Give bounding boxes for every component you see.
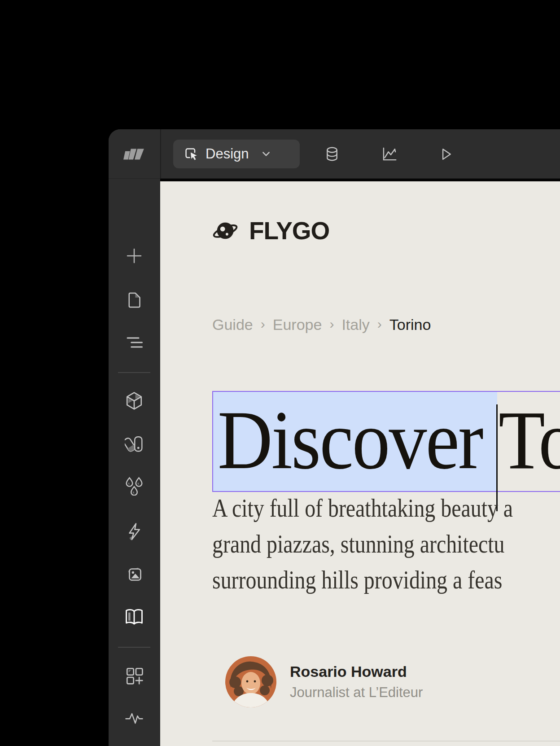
- components-cube-icon: [125, 391, 144, 410]
- select-tool-cursor-icon: [184, 147, 198, 161]
- add-element-button[interactable]: [124, 246, 144, 266]
- navigator-button[interactable]: [124, 333, 144, 352]
- author-name: Rosario Howard: [290, 663, 423, 680]
- intro-paragraph[interactable]: A city full of breathtaking beauty a gra…: [212, 490, 560, 598]
- topbar-divider: [160, 129, 161, 179]
- heading-selected-text: Discover: [218, 394, 499, 487]
- chevron-down-icon: [262, 151, 271, 157]
- paragraph-line: surrounding hills providing a feas: [212, 562, 560, 598]
- assets-button[interactable]: [124, 564, 144, 584]
- design-mode-label: Design: [206, 146, 249, 162]
- cms-database-icon: [324, 145, 341, 162]
- heading-element-selected[interactable]: Discover Torino: [212, 391, 560, 492]
- left-toolbar: [109, 179, 160, 746]
- components-button[interactable]: [124, 391, 144, 411]
- apps-button[interactable]: [124, 666, 144, 685]
- breadcrumb-separator: ›: [329, 316, 334, 334]
- design-canvas[interactable]: FLYGO Guide › Europe › Italy › Torino Di…: [160, 179, 560, 746]
- add-plus-icon: [125, 247, 143, 265]
- preview-play-icon: [437, 145, 454, 162]
- audit-pulse-icon: [125, 709, 144, 728]
- heading-rest-text: Torino: [499, 394, 560, 487]
- variables-button[interactable]: [124, 476, 144, 496]
- screenshot-stage: Design: [0, 0, 560, 746]
- site-logo[interactable]: FLYGO: [212, 216, 329, 245]
- cms-book-icon: [124, 607, 144, 627]
- breadcrumb: Guide › Europe › Italy › Torino: [212, 316, 431, 334]
- design-mode-button[interactable]: Design: [173, 140, 300, 168]
- audit-button[interactable]: [124, 708, 144, 728]
- author-block[interactable]: Rosario Howard Journalist at L’Editeur: [225, 656, 423, 707]
- breadcrumb-item[interactable]: Guide: [212, 316, 253, 334]
- planet-icon: [212, 218, 238, 244]
- app-window: Design: [109, 129, 560, 746]
- interactions-button[interactable]: [124, 522, 144, 542]
- variables-drops-icon: [125, 477, 144, 496]
- preview-button[interactable]: [436, 144, 455, 164]
- pages-button[interactable]: [124, 290, 144, 310]
- cms-collections-button[interactable]: [124, 607, 144, 627]
- author-role: Journalist at L’Editeur: [290, 685, 423, 701]
- sidebar-divider: [118, 372, 150, 373]
- author-avatar-photo: [225, 656, 276, 707]
- style-panel-button[interactable]: [124, 434, 144, 453]
- navigator-lines-icon: [125, 334, 143, 351]
- interactions-lightning-icon: [125, 522, 144, 541]
- topbar: Design: [109, 129, 560, 179]
- section-divider: [212, 741, 560, 742]
- breadcrumb-item[interactable]: Europe: [273, 316, 322, 334]
- apps-grid-plus-icon: [125, 666, 144, 685]
- webflow-w-logo-icon[interactable]: [123, 144, 146, 164]
- breadcrumb-item[interactable]: Italy: [341, 316, 369, 334]
- breadcrumb-separator: ›: [377, 316, 382, 334]
- cms-database-button[interactable]: [322, 144, 342, 164]
- analytics-button[interactable]: [380, 144, 399, 164]
- author-avatar: [225, 656, 276, 707]
- breadcrumb-item-active[interactable]: Torino: [389, 316, 431, 334]
- sidebar-divider: [118, 647, 150, 648]
- paragraph-line: A city full of breathtaking beauty a: [212, 490, 560, 526]
- analytics-chart-icon: [381, 145, 398, 162]
- author-text: Rosario Howard Journalist at L’Editeur: [290, 663, 423, 701]
- breadcrumb-separator: ›: [261, 316, 265, 334]
- pages-icon: [125, 291, 143, 309]
- paragraph-line: grand piazzas, stunning architectu: [212, 526, 560, 562]
- page-heading[interactable]: Discover Torino: [218, 386, 560, 495]
- style-swatches-icon: [125, 434, 144, 453]
- assets-image-icon: [125, 564, 144, 583]
- brand-name: FLYGO: [249, 216, 329, 245]
